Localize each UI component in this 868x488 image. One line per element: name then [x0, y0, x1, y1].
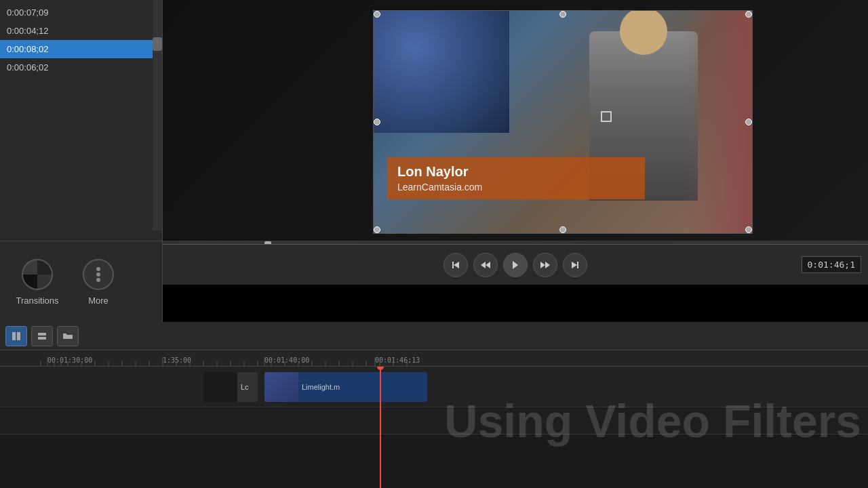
play-button[interactable] [503, 253, 528, 277]
timeline-tracks: Lc Limelight.m Using Video Filters [0, 367, 868, 488]
transitions-icon [20, 258, 54, 291]
handle-mt[interactable] [559, 11, 566, 18]
svg-marker-7 [577, 262, 578, 268]
svg-rect-10 [17, 332, 20, 340]
svg-marker-1 [454, 262, 459, 268]
timeline-group-button[interactable] [31, 326, 53, 346]
video-frame[interactable]: Lon Naylor LearnCamtasia.com [373, 10, 753, 234]
more-button[interactable]: More [68, 248, 129, 316]
timeline-toolbar [0, 322, 868, 350]
ruler-ticks [0, 350, 868, 366]
more-icon [81, 258, 115, 291]
svg-marker-6 [545, 262, 550, 268]
clip-thumbnail-lo [203, 372, 237, 402]
svg-marker-2 [481, 262, 486, 268]
lower-third: Lon Naylor LearnCamtasia.com [387, 157, 645, 199]
handle-bl[interactable] [374, 226, 380, 233]
skip-to-end-button[interactable] [563, 253, 587, 277]
timeline-folder-button[interactable] [57, 326, 79, 346]
ruler-label-4: 00:01:46;13 [375, 357, 420, 364]
timeline-area: 00:01:30;00 1:35:00 00:01:40;00 00:01:46… [0, 322, 868, 488]
more-dots-mid [96, 272, 100, 277]
handle-ml[interactable] [374, 119, 380, 125]
svg-marker-8 [572, 262, 577, 268]
svg-marker-4 [513, 261, 518, 269]
svg-rect-11 [38, 333, 46, 336]
clip-lo[interactable]: Lc [203, 372, 258, 402]
media-item-4[interactable]: 0:00:06;02 [0, 58, 162, 77]
ruler-label-2: 1:35:00 [163, 357, 191, 364]
media-item-1[interactable]: 0:00:07;09 [0, 3, 162, 22]
playback-bar: 0:01:46;1 [163, 244, 868, 285]
svg-marker-5 [540, 262, 545, 268]
svg-marker-3 [486, 262, 490, 268]
handle-br[interactable] [745, 226, 752, 233]
scrollbar-thumb[interactable] [153, 37, 162, 51]
lower-third-subtitle: LearnCamtasia.com [397, 182, 635, 192]
lower-third-name: Lon Naylor [397, 164, 635, 180]
handle-tl[interactable] [374, 11, 380, 18]
video-preview: Lon Naylor LearnCamtasia.com [163, 0, 868, 244]
panel-bottom: Transitions More [0, 241, 163, 322]
rotation-handle[interactable] [601, 111, 612, 122]
clip-label-limelight: Limelight.m [298, 383, 343, 391]
svg-rect-12 [38, 337, 46, 340]
transitions-button[interactable]: Transitions [7, 248, 68, 316]
media-item-2[interactable]: 0:00:04;12 [0, 22, 162, 40]
fast-forward-button[interactable] [533, 253, 557, 277]
rewind-button[interactable] [473, 253, 498, 277]
time-display: 0:01:46;1 [802, 256, 861, 273]
video-frame-content: Lon Naylor LearnCamtasia.com [374, 11, 752, 233]
svg-marker-0 [452, 262, 454, 268]
person-head [620, 10, 667, 55]
right-color-overlay [684, 11, 752, 233]
transitions-label: Transitions [16, 296, 58, 306]
light-effect [374, 11, 509, 133]
timeline-ruler: 00:01:30;00 1:35:00 00:01:40;00 00:01:46… [0, 350, 868, 367]
svg-rect-9 [12, 332, 16, 340]
timeline-play-button[interactable] [5, 326, 27, 346]
clip-label-lo: Lc [237, 383, 252, 391]
handle-mb[interactable] [559, 226, 566, 233]
skip-to-start-button[interactable] [443, 253, 468, 277]
playhead[interactable] [380, 367, 381, 488]
handle-mr[interactable] [745, 119, 752, 125]
media-item-3[interactable]: 0:00:08;02 [0, 40, 162, 58]
timeline-track-2 [0, 407, 868, 434]
scrollbar[interactable] [153, 0, 162, 230]
clip-thumbnail-limelight [264, 372, 298, 402]
clip-limelight[interactable]: Limelight.m [264, 372, 427, 402]
timeline-track-1: Lc Limelight.m [0, 367, 868, 407]
more-label: More [88, 296, 108, 306]
handle-tr[interactable] [745, 11, 752, 18]
ruler-label-3: 00:01:40;00 [264, 357, 309, 364]
ruler-label-1: 00:01:30;00 [47, 357, 92, 364]
video-canvas: Lon Naylor LearnCamtasia.com [163, 0, 868, 244]
